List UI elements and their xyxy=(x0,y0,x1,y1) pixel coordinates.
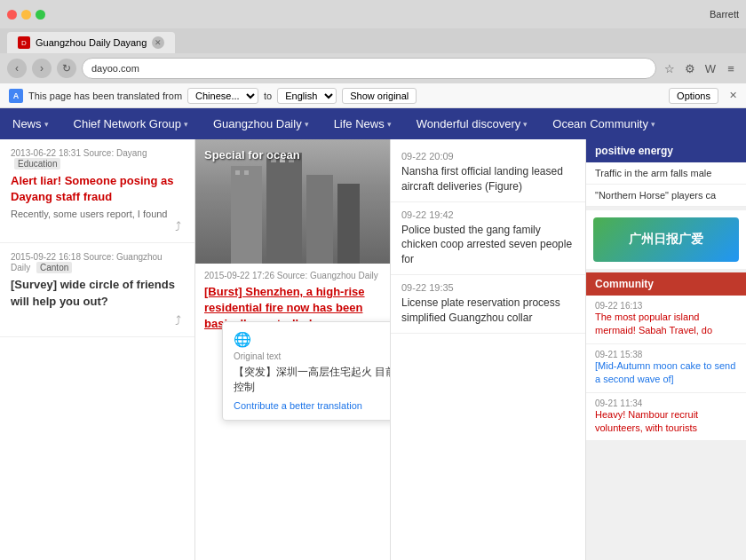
article-meta-1: 2013-06-22 18:31 Source: Dayang Educatio… xyxy=(11,148,184,170)
svg-rect-4 xyxy=(235,170,240,175)
translate-to-label: to xyxy=(264,91,272,101)
nav-item-life-news[interactable]: Life News ▾ xyxy=(321,108,404,139)
tab-bar: D Guangzhou Daily Dayang ✕ xyxy=(0,28,746,53)
article-tag-1: Education xyxy=(14,158,60,170)
comm-time-3: 09-21 11:34 xyxy=(595,398,737,408)
traffic-lights xyxy=(7,10,45,20)
nav-wonderful-arrow: ▾ xyxy=(523,120,528,129)
mid-column: Special for ocean 2015-09-22 17:26 Sourc… xyxy=(195,139,391,560)
share-icon-1[interactable]: ⤴ xyxy=(172,217,184,236)
back-button[interactable]: ‹ xyxy=(7,59,27,78)
news-title-1[interactable]: Nansha first official landing leased air… xyxy=(401,164,575,194)
svg-rect-5 xyxy=(244,170,249,175)
article-item-2: 2015-09-22 16:18 Source: Guangzhou Daily… xyxy=(0,243,194,336)
community-item-1: 09-22 16:13 The most popular island merm… xyxy=(586,296,746,344)
nav-item-chief-network[interactable]: Chief Network Group ▾ xyxy=(61,108,201,139)
nav-item-news[interactable]: News ▾ xyxy=(0,108,61,139)
sidebar: positive energy Traffic in the arm falls… xyxy=(586,139,746,560)
svg-rect-1 xyxy=(266,153,302,264)
share-icon-2[interactable]: ⤴ xyxy=(172,311,184,330)
minimize-button[interactable] xyxy=(21,10,31,20)
close-button[interactable] xyxy=(7,10,17,20)
translate-bar: A This page has been translated from Chi… xyxy=(0,83,746,108)
translate-close-button[interactable]: ✕ xyxy=(729,90,737,101)
community-item-2: 09-21 15:38 [Mid-Autumn moon cake to sen… xyxy=(586,344,746,393)
nav-item-guangzhou-daily[interactable]: Guangzhou Daily ▾ xyxy=(201,108,321,139)
source-language-select[interactable]: Chinese... xyxy=(187,88,258,104)
popup-original-text: 【突发】深圳一高层住宅起火 目前明火已基本控制 xyxy=(234,365,391,395)
nav-news-arrow: ▾ xyxy=(44,120,49,129)
menu-icon[interactable]: ≡ xyxy=(723,60,739,76)
nav-item-wonderful[interactable]: Wonderful discovery ▾ xyxy=(404,108,541,139)
comm-title-2[interactable]: [Mid-Autumn moon cake to send a second w… xyxy=(595,359,737,387)
comm-title-1[interactable]: The most popular island mermaid! Sabah T… xyxy=(595,311,737,338)
settings-icon[interactable]: ⚙ xyxy=(682,60,698,76)
sidebar-traffic-item[interactable]: Traffic in the arm falls male xyxy=(586,162,746,185)
forward-button[interactable]: › xyxy=(32,59,52,78)
tab-close-button[interactable]: ✕ xyxy=(152,36,164,49)
left-column: 2013-06-22 18:31 Source: Dayang Educatio… xyxy=(0,139,195,560)
mid-image-text: Special for ocean xyxy=(204,148,300,162)
maximize-button[interactable] xyxy=(36,10,45,20)
comm-time-2: 09-21 15:38 xyxy=(595,350,737,359)
nav-chief-label: Chief Network Group xyxy=(74,117,181,130)
news-item-1: 09-22 20:09 Nansha first official landin… xyxy=(391,144,585,202)
article-title-1[interactable]: Alert liar! Someone posing as Dayang sta… xyxy=(11,173,184,205)
contribute-translation-link[interactable]: Contribute a better translation xyxy=(234,400,391,411)
translation-popup: 🌐 Original text 【突发】深圳一高层住宅起火 目前明火已基本控制 … xyxy=(222,321,391,421)
community-item-3: 09-21 11:34 Heavy! Nambour recruit volun… xyxy=(586,393,746,442)
news-time-3: 09-22 19:35 xyxy=(401,282,575,293)
article-desc-1: Recently, some users report, I found xyxy=(11,209,184,219)
comm-title-3[interactable]: Heavy! Nambour recruit volunteers, with … xyxy=(595,408,737,436)
address-bar[interactable]: dayoo.com xyxy=(82,58,656,79)
news-time-2: 09-22 19:42 xyxy=(401,209,575,220)
title-bar: Barrett xyxy=(0,0,746,28)
article-meta-2: 2015-09-22 16:18 Source: Guangzhou Daily… xyxy=(11,252,184,273)
svg-rect-2 xyxy=(306,175,333,264)
target-language-select[interactable]: English xyxy=(277,88,337,104)
nav-guangzhou-arrow: ▾ xyxy=(305,120,309,129)
tab-favicon: D xyxy=(18,36,30,49)
nav-guangzhou-label: Guangzhou Daily xyxy=(213,117,302,130)
svg-rect-0 xyxy=(231,166,262,264)
positive-energy-header: positive energy xyxy=(586,139,746,162)
active-tab[interactable]: D Guangzhou Daily Dayang ✕ xyxy=(7,32,175,53)
translate-icon: A xyxy=(9,89,23,103)
show-original-button[interactable]: Show original xyxy=(342,88,417,104)
community-header: Community xyxy=(586,272,746,296)
mid-image: Special for ocean xyxy=(195,139,390,264)
comm-time-1: 09-22 16:13 xyxy=(595,301,737,311)
browser-toolbar: ‹ › ↻ dayoo.com ☆ ⚙ W ≡ xyxy=(0,53,746,83)
reload-button[interactable]: ↻ xyxy=(57,59,76,78)
nav-ocean-label: Ocean Community xyxy=(552,117,648,130)
translate-label: This page has been translated from xyxy=(28,91,182,101)
extensions-icon[interactable]: W xyxy=(702,60,718,76)
article-title-2[interactable]: [Survey] wide circle of friends will hel… xyxy=(11,277,184,309)
article-tag-2: Canton xyxy=(36,262,72,273)
user-label: Barrett xyxy=(710,9,739,20)
options-button[interactable]: Options xyxy=(669,88,718,104)
news-time-1: 09-22 20:09 xyxy=(401,151,575,162)
main-content: 2013-06-22 18:31 Source: Dayang Educatio… xyxy=(0,139,746,560)
nav-ocean-arrow: ▾ xyxy=(651,120,655,129)
nav-wonderful-label: Wonderful discovery xyxy=(417,117,521,130)
news-title-2[interactable]: Police busted the gang family chicken co… xyxy=(401,223,575,267)
nav-news-label: News xyxy=(12,117,42,130)
news-title-3[interactable]: License plate reservation process simpli… xyxy=(401,296,575,326)
popup-label: Original text xyxy=(234,351,391,361)
svg-rect-3 xyxy=(337,184,360,264)
browser-window: Barrett D Guangzhou Daily Dayang ✕ ‹ › ↻… xyxy=(0,0,746,139)
tab-title: Guangzhou Daily Dayang xyxy=(36,37,147,48)
nav-item-ocean[interactable]: Ocean Community ▾ xyxy=(540,108,668,139)
sidebar-northern-item[interactable]: "Northern Horse" players ca xyxy=(586,185,746,207)
right-news-column: 09-22 20:09 Nansha first official landin… xyxy=(391,139,586,560)
news-item-2: 09-22 19:42 Police busted the gang famil… xyxy=(391,202,585,275)
article-item-1: 2013-06-22 18:31 Source: Dayang Educatio… xyxy=(0,139,194,243)
nav-life-arrow: ▾ xyxy=(387,120,392,129)
nav-chief-arrow: ▾ xyxy=(184,120,188,129)
positive-energy-section: positive energy Traffic in the arm falls… xyxy=(586,139,746,207)
toolbar-icons: ☆ ⚙ W ≡ xyxy=(662,60,739,76)
banner-text: 广州日报广爱 xyxy=(629,232,703,248)
bookmark-icon[interactable]: ☆ xyxy=(662,60,678,76)
translate-popup-icon: 🌐 xyxy=(234,331,391,348)
